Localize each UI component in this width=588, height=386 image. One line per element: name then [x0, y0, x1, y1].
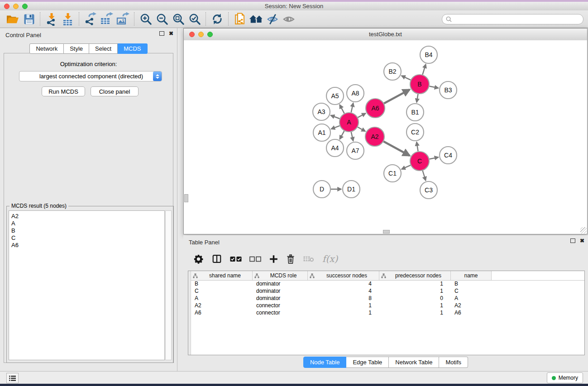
- tab-node-table[interactable]: Node Table: [303, 357, 347, 368]
- zoom-selected-button[interactable]: [186, 12, 203, 26]
- close-panel-button[interactable]: Close panel: [91, 86, 139, 96]
- optimization-criterion-select[interactable]: largest connected component (directed): [19, 71, 162, 81]
- cell[interactable]: A: [191, 295, 253, 302]
- edge-B-B4[interactable]: [422, 64, 425, 75]
- select-all-icon[interactable]: [230, 256, 242, 262]
- cell[interactable]: 1: [308, 309, 379, 316]
- close-network-button[interactable]: [189, 32, 195, 37]
- network-snapshot-button[interactable]: [232, 12, 248, 26]
- table-row[interactable]: A6connector11A6: [191, 309, 584, 316]
- column-header-predecessor-nodes[interactable]: predecessor nodes: [379, 271, 451, 280]
- cell[interactable]: C: [451, 287, 492, 295]
- cell[interactable]: A6: [191, 309, 253, 316]
- edge-A-A7[interactable]: [351, 132, 353, 141]
- zoom-in-button[interactable]: [138, 12, 154, 26]
- tab-network[interactable]: Network: [29, 43, 64, 54]
- cell[interactable]: 4: [308, 280, 379, 287]
- edge-A-A1[interactable]: [331, 126, 340, 129]
- node-A2[interactable]: A2: [365, 127, 384, 146]
- edge-A2-C[interactable]: [383, 142, 410, 156]
- edge-C-C1[interactable]: [402, 165, 411, 169]
- node-D1[interactable]: D1: [343, 181, 360, 198]
- edge-B-B3[interactable]: [430, 86, 439, 88]
- hide-graphics-details-icon[interactable]: [264, 12, 281, 26]
- apply-layout-button[interactable]: [209, 12, 225, 26]
- result-item[interactable]: A2: [11, 213, 164, 220]
- close-panel-icon[interactable]: ✖: [169, 31, 173, 36]
- result-item[interactable]: B: [11, 227, 164, 234]
- network-canvas[interactable]: AA1A2A3A4A5A6A7A8BB1B2B3B4CC1C2C3C4DD1: [184, 40, 587, 234]
- close-window-button[interactable]: [4, 4, 10, 9]
- table-row[interactable]: A2connector11A2: [191, 302, 584, 309]
- cell[interactable]: dominator: [253, 280, 308, 287]
- export-table-button[interactable]: [99, 12, 115, 26]
- float-panel-icon[interactable]: [159, 31, 164, 36]
- node-A4[interactable]: A4: [326, 139, 344, 157]
- task-history-button[interactable]: [6, 373, 19, 383]
- result-item[interactable]: A: [11, 220, 164, 227]
- node-B2[interactable]: B2: [384, 63, 401, 80]
- node-A7[interactable]: A7: [347, 142, 364, 159]
- memory-button[interactable]: Memory: [547, 372, 583, 383]
- cell[interactable]: 8: [308, 295, 379, 302]
- cell[interactable]: B: [191, 280, 253, 287]
- tab-mcds[interactable]: MCDS: [118, 43, 147, 54]
- cell[interactable]: dominator: [253, 287, 308, 295]
- zoom-network-button[interactable]: [207, 32, 213, 37]
- zoom-fit-button[interactable]: [170, 12, 186, 26]
- export-image-button[interactable]: [115, 12, 131, 26]
- export-network-button[interactable]: [82, 12, 99, 26]
- vertical-scrollbar-thumb[interactable]: [184, 194, 188, 202]
- tab-select[interactable]: Select: [89, 43, 118, 54]
- result-scrollbar[interactable]: [165, 210, 172, 360]
- cell[interactable]: A: [451, 295, 492, 302]
- cell[interactable]: 1: [379, 302, 451, 309]
- node-C4[interactable]: C4: [440, 147, 457, 164]
- cell[interactable]: connector: [253, 309, 308, 316]
- horizontal-scrollbar-thumb[interactable]: [383, 230, 390, 234]
- show-columns-icon[interactable]: [211, 254, 222, 264]
- cell[interactable]: C: [191, 287, 253, 295]
- node-C3[interactable]: C3: [420, 181, 437, 199]
- edge-A-A2[interactable]: [358, 127, 365, 131]
- minimize-window-button[interactable]: [13, 4, 19, 9]
- close-table-panel-icon[interactable]: ✖: [580, 238, 584, 243]
- cell[interactable]: connector: [253, 302, 308, 309]
- tab-style[interactable]: Style: [64, 43, 89, 54]
- cell[interactable]: 0: [379, 295, 451, 302]
- node-A[interactable]: A: [339, 113, 359, 132]
- node-B4[interactable]: B4: [420, 46, 437, 63]
- delete-column-icon[interactable]: [286, 254, 295, 264]
- table-settings-gear-icon[interactable]: [193, 254, 204, 264]
- import-table-button[interactable]: [60, 12, 76, 26]
- show-graphics-details-icon[interactable]: [281, 12, 297, 26]
- cell[interactable]: B: [451, 280, 492, 287]
- table-row[interactable]: Cdominator41C: [191, 287, 584, 295]
- table-row[interactable]: Bdominator41B: [191, 280, 584, 287]
- cell[interactable]: 1: [308, 302, 379, 309]
- cell[interactable]: 4: [308, 287, 379, 295]
- edge-B-B2[interactable]: [402, 76, 411, 80]
- zoom-window-button[interactable]: [22, 4, 28, 9]
- result-item[interactable]: A6: [11, 242, 164, 249]
- network-window-titlebar[interactable]: testGlobe.txt: [184, 29, 587, 41]
- cell[interactable]: 1: [379, 287, 451, 295]
- node-D[interactable]: D: [313, 181, 330, 198]
- tab-network-table[interactable]: Network Table: [389, 357, 439, 368]
- float-table-panel-icon[interactable]: [570, 238, 575, 243]
- tab-motifs[interactable]: Motifs: [439, 357, 468, 368]
- edge-C-C3[interactable]: [423, 171, 426, 181]
- add-column-icon[interactable]: [269, 254, 278, 264]
- node-A1[interactable]: A1: [313, 124, 330, 141]
- node-A8[interactable]: A8: [347, 85, 364, 102]
- cell[interactable]: 1: [379, 309, 451, 316]
- node-C1[interactable]: C1: [384, 165, 401, 182]
- edge-A-A5[interactable]: [339, 105, 344, 113]
- node-B3[interactable]: B3: [440, 81, 457, 99]
- network-graph[interactable]: AA1A2A3A4A5A6A7A8BB1B2B3B4CC1C2C3C4DD1: [184, 40, 587, 234]
- node-B[interactable]: B: [410, 75, 429, 94]
- result-item[interactable]: C: [11, 234, 164, 242]
- node-A6[interactable]: A6: [366, 99, 385, 118]
- open-session-button[interactable]: [5, 12, 21, 26]
- column-header-name[interactable]: name: [451, 271, 492, 280]
